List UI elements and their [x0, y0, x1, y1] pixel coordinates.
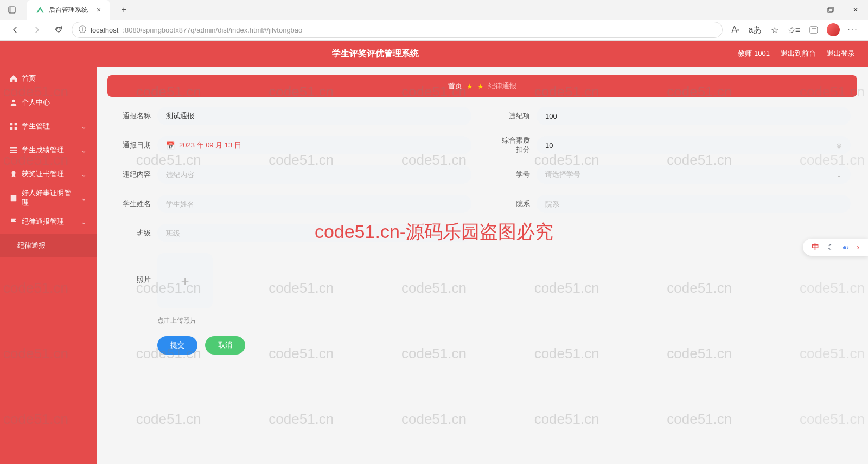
label-name: 通报名称: [114, 111, 151, 121]
main-content: 首页 ★ ★ 纪律通报 通报名称 违纪项 通报日期 📅: [97, 67, 868, 464]
calendar-icon: 📅: [166, 141, 175, 150]
sidebar-item-discipline[interactable]: 纪律通报管理 ⌄: [0, 210, 97, 234]
breadcrumb-home[interactable]: 首页: [448, 81, 462, 91]
list-icon: [10, 146, 17, 154]
maximize-icon[interactable]: [818, 0, 843, 20]
more-icon[interactable]: ···: [844, 21, 861, 38]
close-window-icon[interactable]: ✕: [843, 0, 868, 20]
label-dept: 院系: [493, 199, 530, 209]
grid-icon: [10, 123, 17, 130]
sidebar-label: 个人中心: [22, 98, 50, 107]
sidebar-item-home[interactable]: 首页: [0, 67, 97, 91]
label-class: 班级: [114, 228, 151, 238]
favorite-icon[interactable]: ☆: [766, 21, 783, 38]
profile-avatar[interactable]: [825, 21, 842, 38]
select-studentno[interactable]: 请选择学号 ⌄: [537, 165, 851, 184]
svg-rect-11: [10, 147, 17, 149]
document-icon: [10, 194, 17, 202]
url-host: localhost: [91, 26, 118, 34]
tab-actions-icon[interactable]: [5, 3, 18, 16]
label-quality: 综合素质 扣分: [493, 136, 530, 154]
new-tab-button[interactable]: +: [116, 2, 131, 17]
float-toolbar[interactable]: 中 ☾ ●› ›: [803, 239, 868, 256]
url-input[interactable]: ⓘ localhost:8080/springbootx877q/admin/d…: [72, 22, 723, 38]
label-content: 违纪内容: [114, 170, 151, 179]
plus-icon: +: [181, 273, 189, 289]
arrow-right-icon[interactable]: ›: [857, 242, 859, 252]
chevron-down-icon: ⌄: [81, 218, 87, 226]
input-name[interactable]: [157, 107, 471, 125]
input-date[interactable]: 📅 2023 年 09 月 13 日: [157, 136, 471, 154]
reader-icon[interactable]: aあ: [746, 21, 764, 38]
sidebar-item-students[interactable]: 学生管理 ⌄: [0, 114, 97, 138]
sidebar-label: 纪律通报: [17, 241, 46, 250]
app-title: 学生评奖评优管理系统: [13, 48, 738, 60]
back-button[interactable]: [7, 21, 24, 38]
minimize-icon[interactable]: —: [793, 0, 818, 20]
svg-rect-12: [10, 150, 17, 151]
label-date: 通报日期: [114, 140, 151, 150]
svg-point-14: [12, 171, 16, 175]
upload-photo[interactable]: +: [157, 253, 213, 308]
svg-rect-3: [829, 7, 833, 11]
favorites-bar-icon[interactable]: ✩≡: [786, 21, 803, 38]
chevron-down-icon: ⌄: [81, 123, 87, 131]
breadcrumb: 首页 ★ ★ 纪律通报: [107, 75, 857, 97]
user-icon: [10, 99, 17, 106]
svg-rect-8: [15, 123, 17, 125]
url-path: :8080/springbootx877q/admin/dist/index.h…: [123, 26, 302, 34]
submit-button[interactable]: 提交: [157, 336, 197, 355]
label-violation: 违纪项: [493, 111, 530, 121]
upload-hint: 点击上传照片: [157, 316, 213, 325]
watermark-center: code51.cn-源码乐园盗图必究: [315, 220, 553, 244]
date-value: 2023 年 09 月 13 日: [179, 140, 241, 150]
moon-icon[interactable]: ☾: [827, 243, 834, 252]
breadcrumb-current: 纪律通报: [488, 81, 516, 91]
input-content[interactable]: [157, 165, 471, 184]
forward-button: [28, 21, 46, 38]
svg-rect-13: [10, 152, 17, 153]
sidebar-label: 好人好事证明管理: [22, 188, 76, 208]
sidebar-item-profile[interactable]: 个人中心: [0, 91, 97, 114]
refresh-button[interactable]: [50, 21, 67, 38]
browser-tab[interactable]: 后台管理系统 ×: [27, 0, 110, 20]
cancel-button[interactable]: 取消: [205, 336, 245, 355]
svg-rect-15: [11, 195, 17, 201]
app-header: 学生评奖评优管理系统 教师 1001 退出到前台 退出登录: [0, 41, 868, 67]
toggle-icon[interactable]: ●›: [843, 243, 848, 252]
header-logout[interactable]: 退出登录: [827, 49, 855, 59]
sidebar-item-awards[interactable]: 获奖证书管理 ⌄: [0, 162, 97, 186]
label-studentname: 学生姓名: [114, 199, 151, 209]
sidebar: 首页 个人中心 学生管理 ⌄ 学生成绩管理 ⌄ 获奖证书管理 ⌄ 好人好事证明管…: [0, 67, 97, 464]
tab-close-icon[interactable]: ×: [97, 5, 101, 14]
sidebar-label: 学生管理: [22, 121, 50, 131]
input-quality[interactable]: 10 ⊗: [537, 136, 851, 154]
clear-icon[interactable]: ⊗: [836, 141, 842, 150]
vue-favicon-icon: [36, 5, 44, 14]
chevron-down-icon: ⌄: [836, 171, 842, 179]
svg-rect-7: [10, 123, 12, 125]
sidebar-item-discipline-notice[interactable]: 纪律通报: [0, 234, 97, 257]
sidebar-item-gooddeeds[interactable]: 好人好事证明管理 ⌄: [0, 186, 97, 210]
sidebar-label: 学生成绩管理: [22, 145, 64, 155]
lang-toggle[interactable]: 中: [812, 242, 819, 252]
label-photo: 照片: [114, 253, 151, 285]
sidebar-label: 纪律通报管理: [22, 217, 64, 227]
header-user[interactable]: 教师 1001: [738, 49, 770, 59]
svg-rect-10: [15, 127, 17, 130]
input-studentname[interactable]: [157, 195, 471, 213]
sidebar-label: 获奖证书管理: [22, 169, 64, 179]
star-icon: ★: [467, 82, 473, 91]
chevron-down-icon: ⌄: [81, 194, 87, 202]
title-bar: 后台管理系统 × + — ✕: [0, 0, 868, 20]
sidebar-item-grades[interactable]: 学生成绩管理 ⌄: [0, 138, 97, 162]
star-icon: ★: [477, 82, 484, 91]
browser-chrome: 后台管理系统 × + — ✕ ⓘ localhost:8080/springbo…: [0, 0, 868, 41]
header-to-front[interactable]: 退出到前台: [781, 49, 816, 59]
input-violation[interactable]: [537, 107, 851, 125]
input-dept[interactable]: [537, 195, 851, 213]
collections-icon[interactable]: [805, 21, 822, 38]
award-icon: [10, 170, 17, 178]
read-aloud-icon[interactable]: A»: [727, 21, 744, 38]
address-bar: ⓘ localhost:8080/springbootx877q/admin/d…: [0, 20, 868, 40]
